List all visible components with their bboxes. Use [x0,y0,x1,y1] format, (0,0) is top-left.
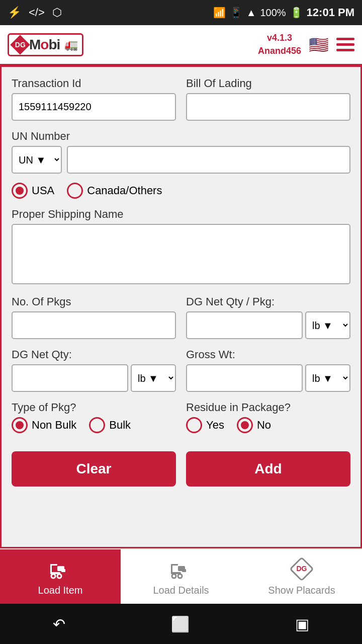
radio-no-label: No [257,419,271,432]
radio-canada[interactable]: Canada/Others [67,183,162,199]
un-number-input[interactable] [67,146,350,174]
radio-usa-inner [16,187,24,195]
username: Anand456 [258,45,301,57]
radio-no-outer [237,417,253,433]
dg-net-qty-unit[interactable]: lb ▼ kg [131,364,176,392]
logo-diamond: DG [10,35,30,55]
transaction-id-col: Transaction Id [12,77,176,121]
back-button[interactable]: ↶ [48,610,70,638]
pkg-type-radios: Non Bulk Bulk [12,417,176,433]
shipping-name-label: Proper Shipping Name [12,208,350,221]
svg-point-4 [51,574,55,578]
radio-no-inner [241,421,249,429]
radio-yes[interactable]: Yes [186,417,224,433]
wifi-icon: 📶 [213,7,226,19]
gross-wt-col: Gross Wt: lb ▼ kg [186,348,350,392]
radio-usa-outer [12,183,28,199]
radio-yes-inner [190,421,198,429]
dg-net-qty-pkg-inputs: lb ▼ kg [186,311,350,339]
svg-point-13 [178,574,182,578]
home-button[interactable]: ⬜ [166,610,195,638]
shipping-name-row: Proper Shipping Name [12,208,350,286]
flag-icon: 🇺🇸 [309,35,329,54]
app-header: DG Mobi 🚛 v4.1.3 Anand456 🇺🇸 [0,25,362,65]
country-radio-group: USA Canada/Others [12,183,350,199]
radio-bulk-outer [89,417,105,433]
main-content: Transaction Id Bill Of Lading UN Number … [0,65,362,548]
gross-wt-input[interactable] [186,364,303,392]
dg-net-qty-pkg-label: DG Net Qty / Pkg: [186,295,350,308]
usb-icon: ⚡ [8,6,21,19]
tab-show-placards[interactable]: DG Show Placards [241,549,362,604]
radio-usa[interactable]: USA [12,183,54,199]
svg-point-5 [57,574,61,578]
radio-canada-outer [67,183,83,199]
tab-load-item-label: Load Item [38,584,83,596]
no-of-pkgs-label: No. Of Pkgs [12,295,176,308]
svg-point-12 [172,574,176,578]
shipping-name-input[interactable] [12,224,350,284]
forklift-icon-details [169,557,193,581]
radio-yes-outer [186,417,202,433]
nav-bar: ↶ ⬜ ▣ [0,604,362,644]
dg-net-qty-col: DG Net Qty: lb ▼ kg [12,348,176,392]
menu-button[interactable] [336,38,354,51]
radio-canada-inner [71,187,79,195]
header-right: v4.1.3 Anand456 🇺🇸 [258,32,354,57]
gross-wt-label: Gross Wt: [186,348,350,361]
add-button[interactable]: Add [186,451,350,487]
pkg-type-label: Type of Pkg? [12,401,176,414]
dg-net-qty-label: DG Net Qty: [12,348,176,361]
sim-icon: 📱 [230,7,242,19]
residue-radios: Yes No [186,417,350,433]
pkg-type-col: Type of Pkg? Non Bulk Bulk [12,401,176,442]
bill-of-lading-input[interactable] [186,93,350,121]
radio-non-bulk[interactable]: Non Bulk [12,417,76,433]
dg-net-qty-inputs: lb ▼ kg [12,364,176,392]
tab-bar: Load Item Load Details DG Show Placards [0,548,362,604]
logo-box: DG Mobi 🚛 [8,33,83,56]
dg-net-qty-pkg-col: DG Net Qty / Pkg: lb ▼ kg [186,295,350,339]
placard-icon: DG [290,557,314,581]
tab-load-item[interactable]: Load Item [0,549,121,604]
signal-icon: ▲ [246,7,256,19]
radio-yes-label: Yes [206,419,224,432]
radio-usa-label: USA [32,184,54,197]
svg-rect-15 [182,569,186,572]
bill-of-lading-col: Bill Of Lading [186,77,350,121]
code-icon: </> [29,6,45,19]
status-bar: ⚡ </> ⬡ 📶 📱 ▲ 100% 🔋 12:01 PM [0,0,362,25]
tab-load-details[interactable]: Load Details [121,549,241,604]
battery-icon: 🔋 [290,7,303,19]
dg-net-qty-input[interactable] [12,364,128,392]
net-gross-row: DG Net Qty: lb ▼ kg Gross Wt: lb ▼ kg [12,348,350,392]
battery-text: 100% [260,7,286,19]
version-info: v4.1.3 Anand456 [258,32,301,57]
transaction-id-input[interactable] [12,93,176,121]
residue-col: Residue in Package? Yes No [186,401,350,442]
gross-wt-unit[interactable]: lb ▼ kg [305,364,350,392]
svg-rect-11 [172,564,178,566]
radio-canada-label: Canada/Others [87,184,162,197]
dg-net-qty-pkg-unit[interactable]: lb ▼ kg [305,311,350,339]
dg-net-qty-pkg-input[interactable] [186,311,303,339]
time-display: 12:01 PM [307,6,354,19]
un-prefix-select[interactable]: UN ▼ [12,146,62,174]
logo-text: Mobi [29,37,60,53]
residue-label: Residue in Package? [186,401,350,414]
action-buttons: Clear Add [12,451,350,492]
radio-non-bulk-outer [12,417,28,433]
status-icons-left: ⚡ </> ⬡ [8,6,62,19]
radio-bulk-label: Bulk [109,419,131,432]
recents-button[interactable]: ▣ [290,610,314,638]
radio-bulk-inner [93,421,101,429]
no-of-pkgs-input[interactable] [12,311,176,339]
un-number-inputs: UN ▼ [12,146,350,174]
no-of-pkgs-col: No. Of Pkgs [12,295,176,339]
pkgs-qty-row: No. Of Pkgs DG Net Qty / Pkg: lb ▼ kg [12,295,350,339]
svg-rect-7 [61,569,65,572]
radio-non-bulk-label: Non Bulk [32,419,76,432]
radio-bulk[interactable]: Bulk [89,417,131,433]
radio-no[interactable]: No [237,417,271,433]
clear-button[interactable]: Clear [12,451,176,487]
